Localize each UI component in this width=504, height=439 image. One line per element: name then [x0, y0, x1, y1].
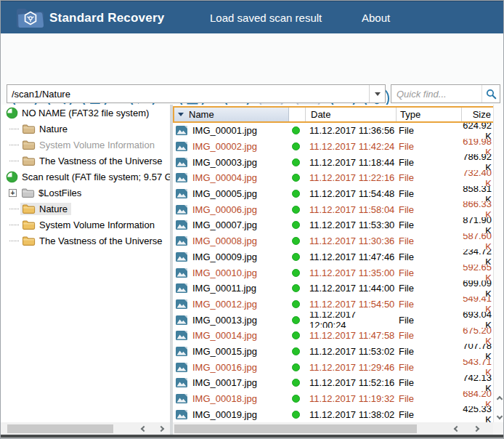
- file-type: File: [395, 346, 460, 357]
- file-date: 11.12.2017 11:42:24: [304, 141, 395, 152]
- scrollbar-thumb[interactable]: [174, 424, 417, 433]
- file-name-cell: IMG_00008.jpg: [173, 235, 288, 246]
- file-name: IMG_00003.jpg: [192, 157, 257, 168]
- folder-icon: [22, 156, 36, 166]
- file-size: 543.71 K: [460, 359, 493, 375]
- list-horizontal-scrollbar[interactable]: [173, 422, 493, 435]
- file-row-img-00008-jpg[interactable]: IMG_00008.jpg11.12.2017 11:30:36File587.…: [173, 233, 493, 249]
- scroll-down-icon[interactable]: [497, 414, 503, 419]
- scroll-right-icon[interactable]: [473, 426, 479, 432]
- file-row-img-00016-jpg[interactable]: IMG_00016.jpg11.12.2017 11:29:46File543.…: [173, 359, 493, 375]
- file-date: 11.12.2017 11:54:50: [304, 299, 395, 310]
- scrollbar-thumb[interactable]: [7, 424, 113, 433]
- file-row-img-00014-jpg[interactable]: IMG_00014.jpg11.12.2017 11:47:58File675.…: [173, 328, 493, 344]
- column-header-status[interactable]: [289, 108, 306, 121]
- column-label-size: Size: [473, 109, 491, 120]
- scroll-right-icon[interactable]: [158, 426, 164, 432]
- tree-item-label: NO NAME (FAT32 file system): [22, 108, 149, 118]
- file-row-img-00012-jpg[interactable]: IMG_00012.jpg11.12.2017 11:54:50File549.…: [173, 297, 493, 313]
- file-type: File: [395, 409, 460, 420]
- tree-item-label: System Volume Information: [39, 220, 155, 230]
- tree-item-lostfiles[interactable]: +$LostFiles: [1, 185, 170, 201]
- file-size: 234.72 K: [460, 249, 493, 265]
- column-header-name[interactable]: Name: [174, 108, 289, 121]
- column-header-type[interactable]: Type: [397, 108, 462, 121]
- menu-about[interactable]: About: [362, 1, 390, 34]
- file-type: File: [395, 235, 460, 246]
- scroll-left-icon[interactable]: [141, 426, 147, 432]
- tree-item-system-volume-information[interactable]: System Volume Information: [1, 217, 170, 233]
- file-row-img-00002-jpg[interactable]: IMG_00002.jpg11.12.2017 11:42:24File619.…: [173, 139, 493, 155]
- file-row-img-00003-jpg[interactable]: IMG_00003.jpg11.12.2017 11:18:44File786.…: [173, 154, 493, 170]
- scroll-up-icon[interactable]: [497, 396, 503, 402]
- file-row-img-00005-jpg[interactable]: IMG_00005.jpg11.12.2017 11:54:48File858.…: [173, 186, 493, 202]
- file-row-img-00001-jpg[interactable]: IMG_00001.jpg11.12.2017 11:36:56File624.…: [173, 123, 493, 139]
- file-type: File: [395, 157, 460, 168]
- chevron-down-icon: [375, 92, 381, 96]
- file-name-cell: IMG_00010.jpg: [173, 267, 288, 278]
- file-size: 858.31 K: [460, 186, 493, 202]
- file-date: 11.12.2017 11:44:00: [304, 283, 395, 294]
- file-date: 11.12.2017 11:53:30: [304, 220, 395, 230]
- quick-find-input[interactable]: [391, 85, 481, 102]
- file-row-img-00013-jpg[interactable]: IMG_00013.jpg11.12.2017 12:00:24File693.…: [173, 312, 493, 328]
- file-name-cell: IMG_00009.jpg: [173, 251, 288, 262]
- file-row-img-00007-jpg[interactable]: IMG_00007.jpg11.12.2017 11:53:30File871.…: [173, 217, 493, 233]
- tree-item-content: The Vastness of the Universe: [20, 155, 166, 167]
- tree-item-the-vastness-of-the-universe[interactable]: The Vastness of the Universe: [1, 233, 170, 249]
- file-name: IMG_00005.jpg: [192, 188, 257, 199]
- file-size: 742.13 K: [460, 375, 493, 391]
- tree-item-no-name-fat32-file-system[interactable]: NO NAME (FAT32 file system): [1, 105, 170, 121]
- file-size: 549.41 K: [460, 297, 493, 313]
- file-size: 699.09 K: [460, 281, 493, 297]
- file-row-img-00010-jpg[interactable]: IMG_00010.jpg11.12.2017 11:35:00File592.…: [173, 265, 493, 281]
- file-row-img-00019-jpg[interactable]: IMG_00019.jpg11.12.2017 11:38:02File425.…: [173, 406, 493, 422]
- scroll-left-icon[interactable]: [454, 426, 460, 432]
- status-cell: [288, 379, 304, 387]
- file-name-cell: IMG_00005.jpg: [173, 188, 288, 199]
- file-row-img-00009-jpg[interactable]: IMG_00009.jpg11.12.2017 11:47:46File234.…: [173, 249, 493, 265]
- file-row-img-00011-jpg[interactable]: IMG_00011.jpg11.12.2017 11:44:00File699.…: [173, 281, 493, 297]
- file-row-img-00006-jpg[interactable]: IMG_00006.jpg11.12.2017 11:58:04File866.…: [173, 201, 493, 217]
- tree-item-scan-result-fat-file-system-9-57-gb-in-2[interactable]: Scan result (FAT file system; 9.57 GB in…: [1, 169, 170, 185]
- tree-selection-highlight: Nature: [20, 203, 71, 215]
- column-header-size[interactable]: Size: [462, 108, 493, 121]
- file-row-img-00015-jpg[interactable]: IMG_00015.jpg11.12.2017 11:53:02File707.…: [173, 344, 493, 360]
- disk-icon: [6, 107, 18, 119]
- folder-tree: NO NAME (FAT32 file system)NatureSystem …: [1, 105, 170, 422]
- tree-item-the-vastness-of-the-universe[interactable]: The Vastness of the Universe: [1, 153, 170, 169]
- column-header-date[interactable]: Date: [306, 108, 397, 121]
- status-cell: [288, 300, 304, 308]
- photo-file-icon: [176, 236, 187, 246]
- path-field: [7, 84, 386, 103]
- status-cell: [288, 174, 304, 182]
- status-good-dot-icon: [292, 347, 300, 355]
- tree-item-content: $LostFiles: [20, 187, 85, 199]
- tree-connector-line: [9, 241, 19, 241]
- file-size: 871.90 K: [460, 217, 493, 233]
- path-dropdown-button[interactable]: [369, 85, 385, 102]
- tree-item-nature[interactable]: Nature: [1, 121, 170, 137]
- file-row-img-00017-jpg[interactable]: IMG_00017.jpg11.12.2017 11:52:16File742.…: [173, 375, 493, 391]
- file-type: File: [395, 362, 460, 373]
- file-type: File: [395, 251, 460, 262]
- menu-load-saved-scan-result[interactable]: Load saved scan result: [210, 1, 322, 34]
- tree-item-nature[interactable]: Nature: [1, 201, 170, 217]
- tree-connector-line: [9, 161, 19, 161]
- status-good-dot-icon: [292, 237, 300, 245]
- tree-item-content: System Volume Information: [20, 139, 158, 151]
- tree-item-system-volume-information[interactable]: System Volume Information: [1, 137, 170, 153]
- app-title: Standard Recovery: [49, 1, 164, 34]
- file-name-cell: IMG_00012.jpg: [173, 299, 288, 310]
- tree-item-content: System Volume Information: [20, 219, 158, 231]
- vertical-scrollbar[interactable]: [493, 105, 504, 422]
- file-size: 425.33 K: [460, 406, 493, 422]
- tree-horizontal-scrollbar[interactable]: [1, 422, 170, 435]
- expand-plus-icon[interactable]: +: [9, 189, 17, 197]
- status-good-dot-icon: [292, 221, 300, 229]
- status-good-dot-icon: [292, 206, 300, 214]
- file-row-img-00004-jpg[interactable]: IMG_00004.jpg11.12.2017 11:22:16File732.…: [173, 170, 493, 186]
- file-row-img-00018-jpg[interactable]: IMG_00018.jpg11.12.2017 11:19:32File684.…: [173, 391, 493, 407]
- path-input[interactable]: [7, 85, 369, 102]
- quick-find-search-button[interactable]: [481, 85, 500, 102]
